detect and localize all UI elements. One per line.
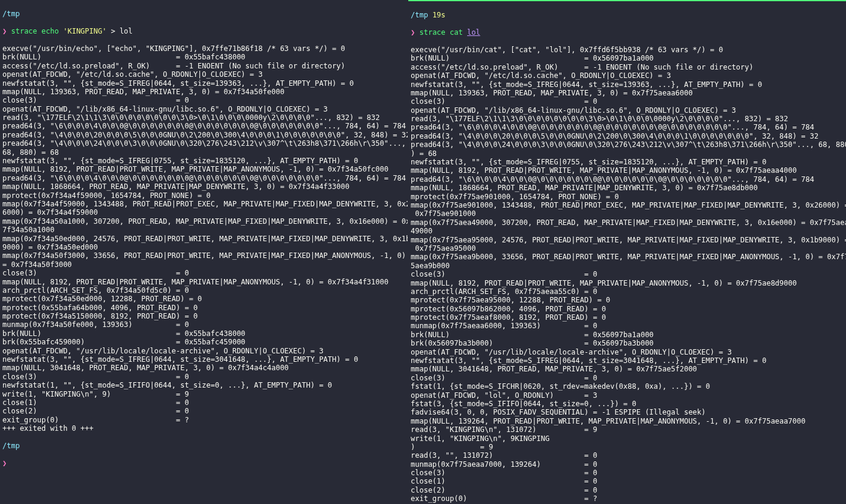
output-line: 6000) = 0x7f34a4f59000: [2, 208, 405, 217]
prompt-icon: ❯: [411, 28, 415, 37]
output-line: exit_group(0) = ?: [2, 416, 405, 424]
output-line: mprotect(0x7f34a5150000, 8192, PROT_READ…: [2, 312, 405, 320]
output-line: 0x7f75ae901000: [411, 209, 844, 218]
output-line: newfstatat(3, "", {st_mode=S_IFREG|0644,…: [411, 356, 844, 365]
prompt-icon: ❯: [2, 27, 7, 35]
output-line: close(3) = 0: [411, 270, 844, 278]
output-line: mmap(NULL, 8192, PROT_READ|PROT_WRITE, M…: [2, 278, 405, 286]
output-line: write(1, "KINGPING\n", 9KINGPING: [411, 434, 844, 443]
terminal-pane-left[interactable]: /tmp ❯ strace echo 'KINGPING' > lol exec…: [0, 0, 408, 504]
output-line: 5aea9b000: [411, 262, 844, 270]
output-line: mmap(0x7f75aea49000, 307200, PROT_READ, …: [411, 218, 844, 227]
command-redirect: > lol: [111, 27, 133, 35]
command-arg: cat: [450, 28, 463, 37]
output-line: close(3) = 0: [411, 97, 844, 106]
output-line: newfstatat(3, "", {st_mode=S_IFREG|0755,…: [2, 157, 405, 165]
output-line: brk(0x56097ba3b000) = 0x56097ba3b000: [411, 339, 844, 347]
output-line: mmap(0x7f75ae901000, 1343488, PROT_READ|…: [411, 201, 844, 209]
output-line: 7f34a50a1000: [2, 226, 405, 234]
output-line: access("/etc/ld.so.preload", R_OK) = -1 …: [411, 63, 844, 71]
terminal-pane-right[interactable]: /tmp 19s ❯ strace cat lol execve("/usr/b…: [408, 0, 846, 504]
output-line: read(3, "", 131072) = 0: [411, 451, 844, 460]
strace-output-left: execve("/usr/bin/echo", ["echo", "KINGPI…: [2, 44, 405, 433]
strace-output-right: execve("/usr/bin/cat", ["cat", "lol"], 0…: [411, 46, 844, 504]
output-line: mprotect(0x7f75aeaf8000, 8192, PROT_READ…: [411, 313, 844, 322]
output-line: +++ exited with 0 +++: [2, 424, 405, 433]
prompt-icon: ❯: [2, 459, 7, 467]
duration: 19s: [432, 11, 446, 19]
output-line: pread64(3, "\6\0\0\0\4\0\0\0@\0\0\0\0\0\…: [2, 174, 405, 182]
output-line: mmap(0x7f34a50ed000, 24576, PROT_READ|PR…: [2, 235, 405, 243]
output-line: openat(AT_FDCWD, "/lib/x86_64-linux-gnu/…: [2, 105, 405, 113]
output-line: fadvise64(3, 0, 0, POSIX_FADV_SEQUENTIAL…: [411, 408, 844, 416]
output-line: mmap(NULL, 3041648, PROT_READ, MAP_PRIVA…: [2, 364, 405, 372]
output-line: = 0x7f34a50f3000: [2, 260, 405, 269]
output-line: newfstatat(3, "", {st_mode=S_IFREG|0644,…: [2, 79, 405, 88]
output-line: mmap(NULL, 8192, PROT_READ|PROT_WRITE, M…: [411, 166, 844, 175]
output-line: openat(AT_FDCWD, "/etc/ld.so.cache", O_R…: [411, 71, 844, 80]
command-arg: echo: [41, 27, 59, 35]
command-string: 'KINGPING': [63, 27, 106, 35]
output-line: openat(AT_FDCWD, "/usr/lib/locale/locale…: [411, 348, 844, 356]
output-line: access("/etc/ld.so.preload", R_OK) = -1 …: [2, 62, 405, 70]
output-line: newfstatat(3, "", {st_mode=S_IFREG|0644,…: [2, 355, 405, 364]
output-line: pread64(3, "\4\0\0\0\20\0\0\0\5\0\0\0GNU…: [2, 131, 405, 139]
output-line: brk(NULL) = 0x56097ba1a000: [411, 331, 844, 339]
output-line: brk(0x55bafc459000) = 0x55bafc459000: [2, 338, 405, 346]
output-line: mprotect(0x7f75aea95000, 12288, PROT_REA…: [411, 296, 844, 304]
output-line: fstat(1, {st_mode=S_IFCHR|0620, st_rdev=…: [411, 382, 844, 391]
output-line: close(1) = 0: [2, 398, 405, 407]
output-line: close(3) = 0: [2, 373, 405, 381]
output-line: read(3, "KINGPING\n", 131072) = 9: [411, 425, 844, 434]
output-line: mmap(NULL, 8192, PROT_READ|PROT_WRITE, M…: [2, 165, 405, 173]
output-line: mprotect(0x7f34a50ed000, 12288, PROT_REA…: [2, 295, 405, 303]
output-line: mmap(NULL, 139363, PROT_READ, MAP_PRIVAT…: [2, 88, 405, 96]
output-line: execve("/usr/bin/echo", ["echo", "KINGPI…: [2, 44, 405, 53]
cwd-path: /tmp: [2, 442, 20, 450]
output-line: pread64(3, "\4\0\0\0\24\0\0\0\3\0\0\0GNU…: [411, 140, 844, 149]
output-line: pread64(3, "\4\0\0\0\20\0\0\0\5\0\0\0GNU…: [411, 132, 844, 140]
output-line: execve("/usr/bin/cat", ["cat", "lol"], 0…: [411, 46, 844, 54]
output-line: read(3, "\177ELF\2\1\1\3\0\0\0\0\0\0\0\0…: [2, 113, 405, 122]
output-line: brk(NULL) = 0x55bafc438000: [2, 53, 405, 61]
output-line: mmap(0x7f34a50a1000, 307200, PROT_READ, …: [2, 217, 405, 226]
output-line: pread64(3, "\6\0\0\0\4\0\0\0@\0\0\0\0\0\…: [2, 122, 405, 130]
output-line: mmap(0x7f75aea95000, 24576, PROT_READ|PR…: [411, 236, 844, 244]
output-line: openat(AT_FDCWD, "/usr/lib/locale/locale…: [2, 347, 405, 355]
output-line: close(2) = 0: [411, 486, 844, 494]
output-line: mmap(0x7f34a50f3000, 33656, PROT_READ|PR…: [2, 251, 405, 260]
output-line: read(3, "\177ELF\2\1\1\3\0\0\0\0\0\0\0\0…: [411, 115, 844, 123]
command-file: lol: [467, 28, 480, 37]
output-line: close(3) = 0: [2, 269, 405, 277]
output-line: close(3) = 0: [2, 96, 405, 104]
output-line: openat(AT_FDCWD, "/etc/ld.so.cache", O_R…: [2, 70, 405, 79]
output-line: mmap(NULL, 8192, PROT_READ|PROT_WRITE, M…: [411, 279, 844, 287]
output-line: arch_prctl(ARCH_SET_FS, 0x7f34a50fd5c0) …: [2, 286, 405, 295]
cwd-path: /tmp: [411, 11, 428, 19]
output-line: ) = 9: [411, 443, 844, 451]
output-line: ) = 68: [411, 149, 844, 158]
output-line: close(3) = 0: [411, 469, 844, 477]
output-line: mmap(NULL, 139264, PROT_READ|PROT_WRITE,…: [411, 417, 844, 425]
output-line: mmap(NULL, 1868664, PROT_READ, MAP_PRIVA…: [411, 184, 844, 192]
output-line: exit_group(0) = ?: [411, 494, 844, 503]
output-line: munmap(0x7f34a50fe000, 139363) = 0: [2, 320, 405, 329]
output-line: 0x7f75aea95000: [411, 244, 844, 253]
output-line: openat(AT_FDCWD, "/lib/x86_64-linux-gnu/…: [411, 106, 844, 115]
output-line: write(1, "KINGPING\n", 9) = 9: [2, 390, 405, 398]
output-line: 49000: [411, 227, 844, 235]
output-line: openat(AT_FDCWD, "lol", O_RDONLY) = 3: [411, 391, 844, 400]
output-line: mprotect(0x56097b862000, 4096, PROT_READ…: [411, 305, 844, 313]
output-line: close(1) = 0: [411, 477, 844, 485]
output-line: close(3) = 0: [411, 374, 844, 382]
cwd-path: /tmp: [2, 10, 20, 18]
output-line: newfstatat(3, "", {st_mode=S_IFREG|0755,…: [411, 158, 844, 166]
output-line: mmap(NULL, 1868664, PROT_READ, MAP_PRIVA…: [2, 182, 405, 191]
output-line: mmap(0x7f34a4f59000, 1343488, PROT_READ|…: [2, 200, 405, 208]
output-line: mprotect(0x7f75ae901000, 1654784, PROT_N…: [411, 193, 844, 201]
output-line: 9000) = 0x7f34a50ed000: [2, 243, 405, 251]
output-line: brk(NULL) = 0x55bafc438000: [2, 329, 405, 338]
output-line: mmap(NULL, 139363, PROT_READ, MAP_PRIVAT…: [411, 89, 844, 97]
output-line: pread64(3, "\6\0\0\0\4\0\0\0@\0\0\0\0\0\…: [411, 123, 844, 131]
output-line: mmap(0x7f75aea9b000, 33656, PROT_READ|PR…: [411, 253, 844, 261]
